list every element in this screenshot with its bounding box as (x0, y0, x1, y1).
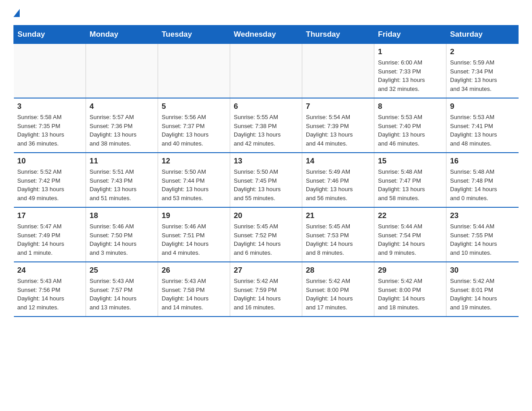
calendar-cell (230, 44, 302, 98)
day-info: Sunrise: 5:47 AMSunset: 7:49 PMDaylight:… (17, 222, 82, 257)
day-info: Sunrise: 5:44 AMSunset: 7:54 PMDaylight:… (378, 222, 442, 257)
day-number: 17 (17, 211, 82, 220)
week-row-1: 1Sunrise: 6:00 AMSunset: 7:33 PMDaylight… (14, 44, 519, 98)
calendar-cell: 26Sunrise: 5:43 AMSunset: 7:58 PMDayligh… (158, 262, 230, 317)
day-info: Sunrise: 5:50 AMSunset: 7:44 PMDaylight:… (162, 167, 226, 202)
weekday-header-thursday: Thursday (302, 26, 374, 44)
day-info: Sunrise: 5:57 AMSunset: 7:36 PMDaylight:… (90, 113, 154, 148)
calendar-table: SundayMondayTuesdayWednesdayThursdayFrid… (13, 25, 519, 317)
day-info: Sunrise: 5:55 AMSunset: 7:38 PMDaylight:… (234, 113, 298, 148)
day-info: Sunrise: 5:50 AMSunset: 7:45 PMDaylight:… (234, 167, 298, 202)
week-row-2: 3Sunrise: 5:58 AMSunset: 7:35 PMDaylight… (14, 98, 519, 153)
day-number: 16 (450, 157, 515, 166)
day-info: Sunrise: 5:48 AMSunset: 7:48 PMDaylight:… (450, 167, 515, 202)
calendar-cell: 5Sunrise: 5:56 AMSunset: 7:37 PMDaylight… (158, 98, 230, 153)
day-info: Sunrise: 5:51 AMSunset: 7:43 PMDaylight:… (90, 167, 154, 202)
day-info: Sunrise: 5:43 AMSunset: 7:58 PMDaylight:… (162, 277, 226, 312)
weekday-header-tuesday: Tuesday (158, 26, 230, 44)
day-number: 30 (450, 266, 515, 275)
calendar-cell: 22Sunrise: 5:44 AMSunset: 7:54 PMDayligh… (374, 207, 446, 262)
calendar-cell (14, 44, 86, 98)
day-number: 1 (378, 47, 442, 56)
calendar-cell: 13Sunrise: 5:50 AMSunset: 7:45 PMDayligh… (230, 153, 302, 207)
calendar-cell (302, 44, 374, 98)
calendar-cell: 1Sunrise: 6:00 AMSunset: 7:33 PMDaylight… (374, 44, 446, 98)
day-info: Sunrise: 5:59 AMSunset: 7:34 PMDaylight:… (450, 58, 515, 93)
calendar-cell: 25Sunrise: 5:43 AMSunset: 7:57 PMDayligh… (86, 262, 158, 317)
day-info: Sunrise: 5:44 AMSunset: 7:55 PMDaylight:… (450, 222, 515, 257)
day-number: 14 (306, 157, 370, 166)
calendar-cell: 4Sunrise: 5:57 AMSunset: 7:36 PMDaylight… (86, 98, 158, 153)
day-info: Sunrise: 6:00 AMSunset: 7:33 PMDaylight:… (378, 58, 442, 93)
week-row-3: 10Sunrise: 5:52 AMSunset: 7:42 PMDayligh… (14, 153, 519, 207)
logo-blue-text (13, 9, 21, 18)
calendar-cell: 19Sunrise: 5:46 AMSunset: 7:51 PMDayligh… (158, 207, 230, 262)
day-number: 13 (234, 157, 298, 166)
calendar-cell (86, 44, 158, 98)
calendar-cell: 21Sunrise: 5:45 AMSunset: 7:53 PMDayligh… (302, 207, 374, 262)
day-number: 5 (162, 102, 226, 111)
day-number: 20 (234, 211, 298, 220)
calendar-cell (158, 44, 230, 98)
day-number: 8 (378, 102, 442, 111)
day-info: Sunrise: 5:54 AMSunset: 7:39 PMDaylight:… (306, 113, 370, 148)
day-number: 7 (306, 102, 370, 111)
weekday-header-sunday: Sunday (14, 26, 86, 44)
day-info: Sunrise: 5:42 AMSunset: 8:00 PMDaylight:… (306, 277, 370, 312)
page-header (13, 9, 519, 18)
day-number: 19 (162, 211, 226, 220)
day-number: 29 (378, 266, 442, 275)
day-info: Sunrise: 5:42 AMSunset: 8:01 PMDaylight:… (450, 277, 515, 312)
calendar-cell: 12Sunrise: 5:50 AMSunset: 7:44 PMDayligh… (158, 153, 230, 207)
calendar-cell: 14Sunrise: 5:49 AMSunset: 7:46 PMDayligh… (302, 153, 374, 207)
day-number: 26 (162, 266, 226, 275)
calendar-cell: 17Sunrise: 5:47 AMSunset: 7:49 PMDayligh… (14, 207, 86, 262)
day-number: 25 (90, 266, 154, 275)
day-number: 21 (306, 211, 370, 220)
day-number: 2 (450, 47, 515, 56)
calendar-cell: 2Sunrise: 5:59 AMSunset: 7:34 PMDaylight… (446, 44, 519, 98)
day-info: Sunrise: 5:42 AMSunset: 7:59 PMDaylight:… (234, 277, 298, 312)
day-info: Sunrise: 5:46 AMSunset: 7:51 PMDaylight:… (162, 222, 226, 257)
calendar-cell: 3Sunrise: 5:58 AMSunset: 7:35 PMDaylight… (14, 98, 86, 153)
calendar-cell: 18Sunrise: 5:46 AMSunset: 7:50 PMDayligh… (86, 207, 158, 262)
calendar-cell: 28Sunrise: 5:42 AMSunset: 8:00 PMDayligh… (302, 262, 374, 317)
calendar-cell: 7Sunrise: 5:54 AMSunset: 7:39 PMDaylight… (302, 98, 374, 153)
logo (13, 9, 21, 18)
day-info: Sunrise: 5:45 AMSunset: 7:53 PMDaylight:… (306, 222, 370, 257)
day-info: Sunrise: 5:46 AMSunset: 7:50 PMDaylight:… (90, 222, 154, 257)
logo-arrow-icon (13, 9, 20, 17)
day-info: Sunrise: 5:43 AMSunset: 7:56 PMDaylight:… (17, 277, 82, 312)
weekday-header-saturday: Saturday (446, 26, 519, 44)
day-number: 3 (17, 102, 82, 111)
calendar-cell: 10Sunrise: 5:52 AMSunset: 7:42 PMDayligh… (14, 153, 86, 207)
day-number: 11 (90, 157, 154, 166)
day-number: 9 (450, 102, 515, 111)
day-number: 10 (17, 157, 82, 166)
calendar-cell: 23Sunrise: 5:44 AMSunset: 7:55 PMDayligh… (446, 207, 519, 262)
day-info: Sunrise: 5:43 AMSunset: 7:57 PMDaylight:… (90, 277, 154, 312)
calendar-cell: 15Sunrise: 5:48 AMSunset: 7:47 PMDayligh… (374, 153, 446, 207)
day-info: Sunrise: 5:53 AMSunset: 7:40 PMDaylight:… (378, 113, 442, 148)
calendar-cell: 30Sunrise: 5:42 AMSunset: 8:01 PMDayligh… (446, 262, 519, 317)
calendar-cell: 29Sunrise: 5:42 AMSunset: 8:00 PMDayligh… (374, 262, 446, 317)
day-number: 12 (162, 157, 226, 166)
day-info: Sunrise: 5:49 AMSunset: 7:46 PMDaylight:… (306, 167, 370, 202)
calendar-cell: 27Sunrise: 5:42 AMSunset: 7:59 PMDayligh… (230, 262, 302, 317)
day-info: Sunrise: 5:45 AMSunset: 7:52 PMDaylight:… (234, 222, 298, 257)
day-number: 15 (378, 157, 442, 166)
calendar-cell: 9Sunrise: 5:53 AMSunset: 7:41 PMDaylight… (446, 98, 519, 153)
day-number: 28 (306, 266, 370, 275)
day-info: Sunrise: 5:52 AMSunset: 7:42 PMDaylight:… (17, 167, 82, 202)
day-number: 4 (90, 102, 154, 111)
day-info: Sunrise: 5:56 AMSunset: 7:37 PMDaylight:… (162, 113, 226, 148)
calendar-cell: 20Sunrise: 5:45 AMSunset: 7:52 PMDayligh… (230, 207, 302, 262)
calendar-cell: 6Sunrise: 5:55 AMSunset: 7:38 PMDaylight… (230, 98, 302, 153)
calendar-cell: 24Sunrise: 5:43 AMSunset: 7:56 PMDayligh… (14, 262, 86, 317)
week-row-4: 17Sunrise: 5:47 AMSunset: 7:49 PMDayligh… (14, 207, 519, 262)
calendar-cell: 11Sunrise: 5:51 AMSunset: 7:43 PMDayligh… (86, 153, 158, 207)
calendar-cell: 16Sunrise: 5:48 AMSunset: 7:48 PMDayligh… (446, 153, 519, 207)
day-number: 24 (17, 266, 82, 275)
day-info: Sunrise: 5:42 AMSunset: 8:00 PMDaylight:… (378, 277, 442, 312)
week-row-5: 24Sunrise: 5:43 AMSunset: 7:56 PMDayligh… (14, 262, 519, 317)
